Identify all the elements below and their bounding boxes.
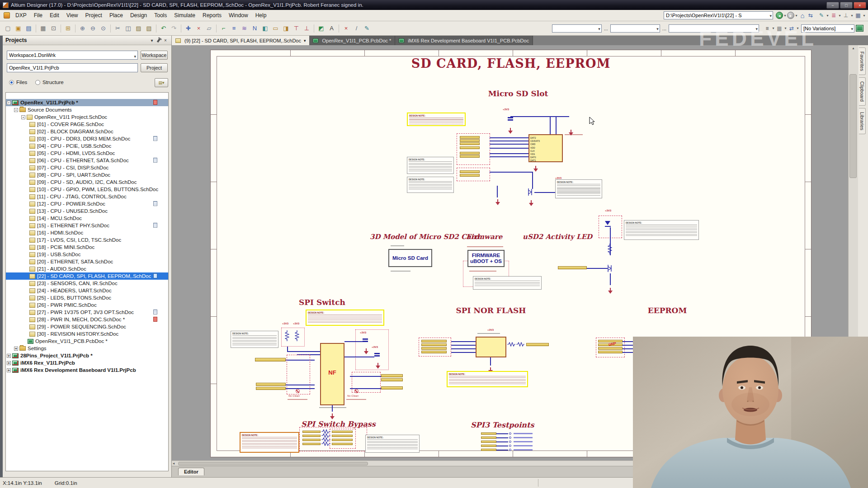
pencil-icon[interactable]: ✎ — [817, 11, 826, 19]
tree-item[interactable]: [12] - CPU - POWER.SchDoc — [6, 200, 168, 207]
power-port-icon[interactable]: ⊤ — [291, 23, 302, 33]
tree-item[interactable]: [20] - ETHERNET, SATA.SchDoc — [6, 258, 168, 265]
favorites-tab[interactable]: Favorites — [859, 47, 866, 75]
break-wire-icon[interactable]: / — [351, 23, 362, 33]
tree-item[interactable]: [02] - BLOCK DIAGRAM.SchDoc — [6, 128, 168, 135]
sheet-entry-icon[interactable]: ◨ — [281, 23, 291, 33]
expander-icon[interactable]: + — [7, 354, 11, 358]
net-label-icon[interactable]: N — [250, 23, 260, 33]
tree-item[interactable]: + 28Pins_Project_V1I1.PrjPcb * — [6, 352, 168, 359]
menu-item[interactable]: View — [63, 11, 82, 20]
menu-item[interactable]: Simulate — [170, 11, 199, 20]
move-object-icon[interactable]: ▱ — [204, 23, 214, 33]
place-part-icon[interactable]: ◩ — [316, 23, 326, 33]
wire-icon[interactable]: ⌐ — [218, 23, 229, 33]
text-string-icon[interactable]: A — [326, 23, 337, 33]
scroll-left-icon[interactable]: ◂ — [173, 461, 175, 465]
tree-item[interactable]: [11] - CPU - JTAG, CONTROL.SchDoc — [6, 193, 168, 200]
tree-item[interactable]: [13] - CPU - UNUSED.SchDoc — [6, 207, 168, 215]
grid-icon[interactable]: ▦ — [854, 11, 862, 19]
tree-item[interactable]: [07] - CPU - CSI, DISP.SchDoc — [6, 164, 168, 171]
forward-icon[interactable]: ▸ — [787, 12, 794, 19]
tree-item[interactable]: OpenRex_V1I1_PCB.PcbDoc * — [6, 338, 168, 345]
scroll-up-icon[interactable]: ▴ — [849, 46, 858, 50]
editor-tab[interactable]: Editor — [178, 468, 204, 475]
menu-item[interactable]: Reports — [199, 11, 225, 20]
tree-item[interactable]: - OpenRex_V1I1 Project.SchDoc — [6, 113, 168, 121]
close-button[interactable]: × — [854, 2, 866, 9]
cut-icon[interactable]: ✂ — [113, 23, 123, 33]
tree-item[interactable]: [18] - PCIE MINI.SchDoc — [6, 244, 168, 251]
menu-item[interactable]: DXP — [12, 11, 30, 20]
tree-item[interactable]: [08] - CPU - SPI, UART.SchDoc — [6, 171, 168, 178]
layers-dropdown-icon[interactable]: ▾ — [838, 11, 842, 19]
menu-item[interactable]: Window — [225, 11, 252, 20]
tree-item[interactable]: [25] - LEDS, BUTTONS.SchDoc — [6, 294, 168, 301]
minimize-button[interactable]: − — [826, 2, 839, 9]
tree-item[interactable]: [19] - USB.SchDoc — [6, 251, 168, 258]
scale-combo[interactable] — [552, 24, 602, 33]
tree-item[interactable]: [24] - HEADERS, UART.SchDoc — [6, 287, 168, 294]
tree-item[interactable]: [14] - MCU.SchDoc — [6, 215, 168, 222]
undo-icon[interactable]: ↶ — [158, 23, 169, 33]
capture-region-icon[interactable]: ⊞ — [63, 23, 73, 33]
redo-icon[interactable]: ↷ — [169, 23, 179, 33]
menu-item[interactable]: Help — [252, 11, 270, 20]
tree-item[interactable]: [06] - CPU - ETHERNET, SATA.SchDoc — [6, 157, 168, 164]
delete-icon[interactable]: × — [341, 23, 351, 33]
variant-chip-icon[interactable] — [856, 25, 863, 32]
maximize-button[interactable]: □ — [840, 2, 853, 9]
tab-imx6-baseboard-pcbdoc[interactable]: iMX6 Rex Development Baseboard V1I1_PCB.… — [395, 36, 533, 45]
expander-icon[interactable]: - — [7, 101, 11, 105]
zoom-region-icon[interactable]: ⊕ — [77, 23, 88, 33]
cross-select-icon[interactable]: ✚ — [183, 23, 193, 33]
expander-icon[interactable]: + — [7, 361, 11, 365]
port-icon[interactable]: ◧ — [260, 23, 270, 33]
print-icon[interactable]: ▦ — [38, 23, 48, 33]
tree-item[interactable]: [29] - POWER SEQUENCING.SchDoc — [6, 323, 168, 330]
tree-item[interactable]: [26] - PWR PMIC.SchDoc — [6, 301, 168, 309]
tree-item[interactable]: [05] - CPU - HDMI, LVDS.SchDoc — [6, 150, 168, 157]
harness-icon[interactable]: ≋ — [239, 23, 250, 33]
zoom-selection-icon[interactable]: ⊖ — [88, 23, 98, 33]
menu-item[interactable]: File — [30, 11, 46, 20]
layers-icon[interactable]: ≣ — [830, 11, 838, 19]
tree-item[interactable]: [27] - PWR 1V375 OPT, 3V3 OPT.SchDoc — [6, 309, 168, 316]
tree-item[interactable]: [15] - ETHERNET PHY.SchDoc — [6, 222, 168, 229]
zoom-document-icon[interactable]: ⊙ — [98, 23, 108, 33]
clipboard-tab[interactable]: Clipboard — [859, 77, 866, 106]
expander-icon[interactable]: - — [14, 108, 18, 112]
expander-icon[interactable]: - — [21, 115, 25, 119]
tree-item[interactable]: [01] - COVER PAGE.SchDoc — [6, 121, 168, 128]
save-icon[interactable]: ▤ — [24, 23, 34, 33]
tree-item[interactable]: [09] - CPU - SD, AUDIO, I2C, CAN.SchDoc — [6, 178, 168, 186]
sheet-symbol-icon[interactable]: ▭ — [270, 23, 281, 33]
pin-icon[interactable] — [157, 38, 160, 42]
menu-item[interactable]: Tools — [151, 11, 170, 20]
tree-item[interactable]: [17] - LVDS, CSI, LCD, TSC.SchDoc — [6, 236, 168, 244]
ground-icon[interactable]: ⊥ — [842, 11, 850, 19]
expander-icon[interactable]: + — [14, 347, 18, 351]
document-path-combo[interactable]: D:\Projects\OpenRex\V1I1\[22] - S — [664, 11, 773, 19]
libraries-tab[interactable]: Libraries — [859, 108, 866, 134]
tab-sd-card-schdoc[interactable]: (9) [22] - SD CARD, SPI, FLASH, EEPROM,.… — [172, 36, 309, 45]
tree-item[interactable]: [04] - CPU - PCIE, USB.SchDoc — [6, 142, 168, 150]
ground-dropdown-icon[interactable]: ▾ — [850, 11, 854, 19]
expander-icon[interactable]: + — [7, 368, 11, 372]
menu-item[interactable]: Project — [82, 11, 106, 20]
compare-icon[interactable]: ⇆ — [807, 11, 815, 19]
tab-openrex-pcbdoc[interactable]: OpenRex_V1I1_PCB.PcbDoc * — [309, 36, 395, 45]
panel-close-icon[interactable]: × — [162, 38, 169, 43]
structure-radio[interactable] — [35, 80, 40, 85]
panel-menu-icon[interactable]: ▾ — [149, 38, 155, 43]
paste-icon[interactable]: ▨ — [133, 23, 144, 33]
tree-item[interactable]: - Source Documents — [6, 106, 168, 113]
back-icon[interactable]: ◂ — [776, 12, 783, 19]
gnd-port-icon[interactable]: ⊥ — [302, 23, 312, 33]
bus-icon[interactable]: ≡ — [229, 23, 239, 33]
tree-item[interactable]: [21] - AUDIO.SchDoc — [6, 265, 168, 272]
tree-item[interactable]: + iMX6 Rex Development Baseboard V1I1.Pr… — [6, 366, 168, 374]
open-document-icon[interactable]: ▣ — [13, 23, 24, 33]
tree-item[interactable]: [03] - CPU - DDR3, DDR3 MEM.SchDoc — [6, 135, 168, 142]
menu-item[interactable]: Design — [127, 11, 151, 20]
